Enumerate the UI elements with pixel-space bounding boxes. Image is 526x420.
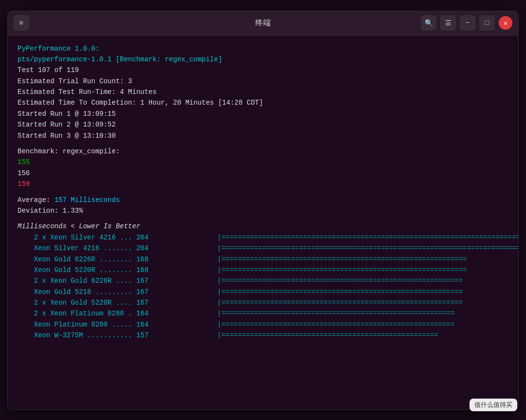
minimize-button[interactable]: − <box>460 15 475 31</box>
bar-line: 2 x Xeon Gold 6226R .... 167 |==========… <box>18 275 508 286</box>
benchmark-bars: 2 x Xeon Silver 4216 ... 204 |==========… <box>18 232 508 341</box>
benchmark-path: pts/pyperformance-1.0.1 [Benchmark: rege… <box>18 54 508 65</box>
bar-separator: | <box>217 232 221 243</box>
result3: 159 <box>18 179 508 189</box>
run1: Started Run 1 @ 13:09:15 <box>18 109 508 119</box>
run2: Started Run 2 @ 13:09:52 <box>18 119 508 130</box>
estimated-trial: Estimated Trial Run Count: 3 <box>18 76 508 87</box>
bar-label: Xeon Silver 4216 ....... 204 <box>18 243 217 254</box>
estimated-runtime: Estimated Test Run-Time: 4 Minutes <box>18 87 508 97</box>
bar-separator: | <box>217 308 221 319</box>
bar-label: Xeon Platinum 8280 ..... 164 <box>18 319 217 330</box>
bar-line: Xeon Silver 4216 ....... 204 |==========… <box>18 243 508 254</box>
bar-fill: ========================================… <box>221 254 467 265</box>
bar-separator: | <box>217 297 221 308</box>
chart-title: Milliseconds < Lower Is Better <box>18 221 508 232</box>
bar-fill: ========================================… <box>221 297 463 308</box>
bar-label: 2 x Xeon Silver 4216 ... 204 <box>18 232 217 243</box>
terminal-icon: ⊞ <box>14 15 29 31</box>
bar-separator: | <box>217 275 221 286</box>
run3: Started Run 3 @ 13:10:30 <box>18 130 508 141</box>
bar-separator: | <box>217 265 221 275</box>
window-title: 终端 <box>255 18 271 28</box>
maximize-button[interactable]: □ <box>479 15 495 31</box>
watermark: 值什么值得买 <box>470 399 517 411</box>
terminal-window: ⊞ 终端 🔍 ☰ − □ ✕ PyPerformance 1.0.0: pts/… <box>7 11 519 410</box>
bar-fill: ========================================… <box>221 232 518 243</box>
benchmark-label: Benchmark: regex_compile: <box>18 146 508 157</box>
bar-line: Xeon Gold 5218 ......... 167 |==========… <box>18 287 508 297</box>
bar-line: Xeon W-3275M ........... 157 |==========… <box>18 330 508 341</box>
bar-line: Xeon Gold 6226R ........ 168 |==========… <box>18 254 508 265</box>
bar-fill: ========================================… <box>221 330 438 341</box>
titlebar-left: ⊞ <box>14 15 29 31</box>
window-controls: 🔍 ☰ − □ ✕ <box>421 15 512 31</box>
bar-label: Xeon Gold 5220R ........ 168 <box>18 265 217 275</box>
average-line: Average: 157 Milliseconds <box>18 195 508 205</box>
bar-label: 2 x Xeon Platinum 8280 . 164 <box>18 308 217 319</box>
bar-label: Xeon Gold 6226R ........ 168 <box>18 254 217 265</box>
close-button[interactable]: ✕ <box>499 16 512 30</box>
pyperformance-header: PyPerformance 1.0.0: <box>18 43 508 54</box>
bar-line: 2 x Xeon Gold 5220R .... 167 |==========… <box>18 297 508 308</box>
bar-fill: ========================================… <box>221 265 467 275</box>
bar-line: 2 x Xeon Platinum 8280 . 164 |==========… <box>18 308 508 319</box>
result2: 156 <box>18 168 508 179</box>
bar-label: 2 x Xeon Gold 5220R .... 167 <box>18 297 217 308</box>
search-button[interactable]: 🔍 <box>421 15 436 31</box>
bar-separator: | <box>217 287 221 297</box>
bar-fill: ========================================… <box>221 275 463 286</box>
bar-line: 2 x Xeon Silver 4216 ... 204 |==========… <box>18 232 508 243</box>
bar-fill: ========================================… <box>221 243 518 254</box>
bar-label: 2 x Xeon Gold 6226R .... 167 <box>18 275 217 286</box>
bar-line: Xeon Platinum 8280 ..... 164 |==========… <box>18 319 508 330</box>
test-count: Test 107 of 119 <box>18 65 508 75</box>
bar-fill: ========================================… <box>221 319 454 330</box>
bar-line: Xeon Gold 5220R ........ 168 |==========… <box>18 265 508 275</box>
deviation-line: Deviation: 1.33% <box>18 205 508 216</box>
bar-separator: | <box>217 319 221 330</box>
bar-separator: | <box>217 254 221 265</box>
bar-separator: | <box>217 243 221 254</box>
bar-label: Xeon Gold 5218 ......... 167 <box>18 287 217 297</box>
bar-fill: ========================================… <box>221 287 463 297</box>
terminal-content: PyPerformance 1.0.0: pts/pyperformance-1… <box>8 36 518 409</box>
bar-separator: | <box>217 330 221 341</box>
menu-button[interactable]: ☰ <box>440 15 456 31</box>
estimated-completion: Estimated Time To Completion: 1 Hour, 20… <box>18 97 508 108</box>
bar-label: Xeon W-3275M ........... 157 <box>18 330 217 341</box>
titlebar: ⊞ 终端 🔍 ☰ − □ ✕ <box>8 11 518 36</box>
bar-fill: ========================================… <box>221 308 454 319</box>
result1: 155 <box>18 157 508 167</box>
